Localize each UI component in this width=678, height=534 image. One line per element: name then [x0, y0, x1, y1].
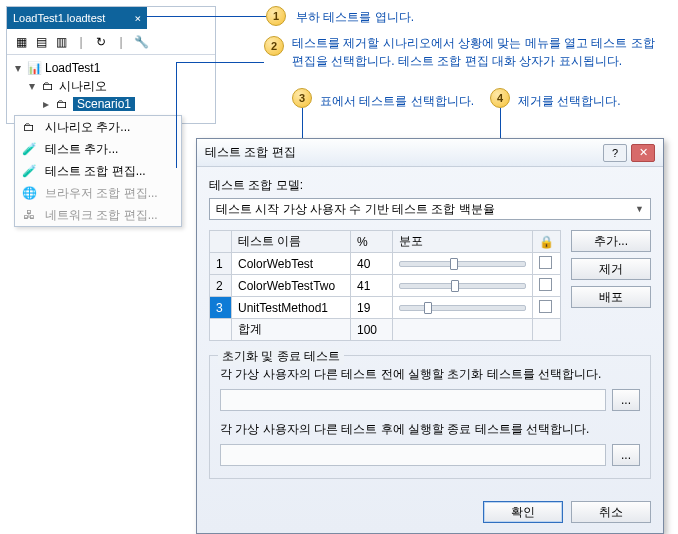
callout-bubble-1: 1: [266, 6, 286, 26]
loadtest-tree: ▾ 📊 LoadTest1 ▾ 🗀 시나리오 ▸ 🗀 Scenario1: [7, 55, 215, 123]
dist-cell[interactable]: [393, 297, 533, 319]
grid-header-row: 테스트 이름 % 분포 🔒: [210, 231, 561, 253]
toolbar-properties-icon[interactable]: 🔧: [133, 34, 149, 50]
scenario-icon: 🗀: [55, 97, 69, 111]
row-num: 1: [210, 253, 232, 275]
expand-icon[interactable]: ▾: [13, 61, 23, 75]
loadtest-icon: 📊: [27, 61, 41, 75]
callout-1-line: [146, 16, 266, 17]
tree-root-label: LoadTest1: [45, 61, 100, 75]
menu-label: 시나리오 추가...: [45, 119, 130, 136]
grid-row-1[interactable]: 1 ColorWebTest 40: [210, 253, 561, 275]
callout-2-text: 테스트를 제거할 시나리오에서 상황에 맞는 메뉴를 열고 테스트 조합 편집을…: [292, 34, 662, 70]
network-mix-icon: 🖧: [21, 207, 37, 223]
tree-scenario1-label: Scenario1: [73, 97, 135, 111]
grid-total-row: 합계 100: [210, 319, 561, 341]
menu-label: 테스트 추가...: [45, 141, 118, 158]
menu-label: 브라우저 조합 편집...: [45, 185, 158, 202]
edit-test-mix-icon: 🧪: [21, 163, 37, 179]
init-test-browse-button[interactable]: ...: [612, 389, 640, 411]
col-test-name: 테스트 이름: [232, 231, 351, 253]
tool-window-toolbar: ▦ ▤ ▥ | ↻ | 🔧: [7, 29, 215, 55]
menu-add-scenario[interactable]: 🗀 시나리오 추가...: [15, 116, 181, 138]
toolbar-icon-1[interactable]: ▦: [13, 34, 29, 50]
callout-1-text: 부하 테스트를 엽니다.: [296, 8, 656, 26]
loadtest-tool-window: LoadTest1.loadtest × ▦ ▤ ▥ | ↻ | 🔧 ▾ 📊 L…: [6, 6, 216, 124]
tree-scenario1-row[interactable]: ▸ 🗀 Scenario1: [13, 95, 209, 113]
add-scenario-icon: 🗀: [21, 119, 37, 135]
tree-scenario-group-label: 시나리오: [59, 78, 107, 95]
test-name-cell: ColorWebTest: [232, 253, 351, 275]
close-button[interactable]: ✕: [631, 144, 655, 162]
callout-bubble-4: 4: [490, 88, 510, 108]
total-dist: [393, 319, 533, 341]
add-test-icon: 🧪: [21, 141, 37, 157]
menu-edit-test-mix[interactable]: 🧪 테스트 조합 편집...: [15, 160, 181, 182]
toolbar-icon-3[interactable]: ▥: [53, 34, 69, 50]
callout-bubble-2: 2: [264, 36, 284, 56]
toolbar-icon-2[interactable]: ▤: [33, 34, 49, 50]
init-test-textbox[interactable]: [220, 389, 606, 411]
grid-row-2[interactable]: 2 ColorWebTestTwo 41: [210, 275, 561, 297]
test-mix-model-combo[interactable]: 테스트 시작 가상 사용자 수 기반 테스트 조합 백분율 ▼: [209, 198, 651, 220]
dialog-titlebar: 테스트 조합 편집 ? ✕: [197, 139, 663, 167]
edit-test-mix-dialog: 테스트 조합 편집 ? ✕ 테스트 조합 모델: 테스트 시작 가상 사용자 수…: [196, 138, 664, 534]
test-name-cell: UnitTestMethod1: [232, 297, 351, 319]
menu-edit-network-mix[interactable]: 🖧 네트워크 조합 편집...: [15, 204, 181, 226]
total-rownum: [210, 319, 232, 341]
total-lock: [533, 319, 561, 341]
test-mix-grid: 테스트 이름 % 분포 🔒 1 ColorWebTest 40 2: [209, 230, 561, 341]
grid-row-3[interactable]: 3 UnitTestMethod1 19: [210, 297, 561, 319]
lock-checkbox[interactable]: [539, 256, 552, 269]
col-rownum: [210, 231, 232, 253]
row-num-selected: 3: [210, 297, 232, 319]
dist-cell[interactable]: [393, 253, 533, 275]
dist-cell[interactable]: [393, 275, 533, 297]
total-label: 합계: [232, 319, 351, 341]
terminate-test-textbox[interactable]: [220, 444, 606, 466]
callout-4-text: 제거를 선택합니다.: [518, 92, 668, 110]
pct-cell[interactable]: 19: [351, 297, 393, 319]
dialog-title-text: 테스트 조합 편집: [205, 144, 296, 161]
distribute-button[interactable]: 배포: [571, 286, 651, 308]
add-button[interactable]: 추가...: [571, 230, 651, 252]
terminate-test-browse-button[interactable]: ...: [612, 444, 640, 466]
tree-scenario-group-row[interactable]: ▾ 🗀 시나리오: [13, 77, 209, 95]
menu-label: 테스트 조합 편집...: [45, 163, 146, 180]
help-button[interactable]: ?: [603, 144, 627, 162]
total-value: 100: [351, 319, 393, 341]
expand-icon[interactable]: ▾: [27, 79, 37, 93]
toolbar-separator: |: [73, 34, 89, 50]
toolbar-separator-2: |: [113, 34, 129, 50]
lock-cell[interactable]: [533, 253, 561, 275]
combo-value: 테스트 시작 가상 사용자 수 기반 테스트 조합 백분율: [216, 201, 495, 218]
dialog-footer: 확인 취소: [197, 491, 663, 533]
test-mix-grid-wrap: 테스트 이름 % 분포 🔒 1 ColorWebTest 40 2: [209, 230, 561, 341]
tab-title: LoadTest1.loadtest: [13, 12, 105, 24]
cancel-button[interactable]: 취소: [571, 501, 651, 523]
dialog-body: 테스트 조합 모델: 테스트 시작 가상 사용자 수 기반 테스트 조합 백분율…: [197, 167, 663, 491]
pct-cell[interactable]: 41: [351, 275, 393, 297]
lock-checkbox[interactable]: [539, 278, 552, 291]
remove-button[interactable]: 제거: [571, 258, 651, 280]
menu-edit-browser-mix[interactable]: 🌐 브라우저 조합 편집...: [15, 182, 181, 204]
lock-checkbox[interactable]: [539, 300, 552, 313]
scenario-context-menu: 🗀 시나리오 추가... 🧪 테스트 추가... 🧪 테스트 조합 편집... …: [14, 115, 182, 227]
lock-cell[interactable]: [533, 275, 561, 297]
lock-cell[interactable]: [533, 297, 561, 319]
toolbar-refresh-icon[interactable]: ↻: [93, 34, 109, 50]
callout-bubble-3: 3: [292, 88, 312, 108]
callout-2-line-h: [176, 62, 264, 63]
ok-button[interactable]: 확인: [483, 501, 563, 523]
menu-add-test[interactable]: 🧪 테스트 추가...: [15, 138, 181, 160]
folder-icon: 🗀: [41, 79, 55, 93]
expand-icon[interactable]: ▸: [41, 97, 51, 111]
test-name-cell: ColorWebTestTwo: [232, 275, 351, 297]
row-num: 2: [210, 275, 232, 297]
col-lock: 🔒: [533, 231, 561, 253]
pct-cell[interactable]: 40: [351, 253, 393, 275]
browser-mix-icon: 🌐: [21, 185, 37, 201]
loadtest-tab[interactable]: LoadTest1.loadtest ×: [7, 7, 147, 29]
chevron-down-icon: ▼: [635, 204, 644, 214]
tab-close-icon[interactable]: ×: [134, 12, 141, 25]
